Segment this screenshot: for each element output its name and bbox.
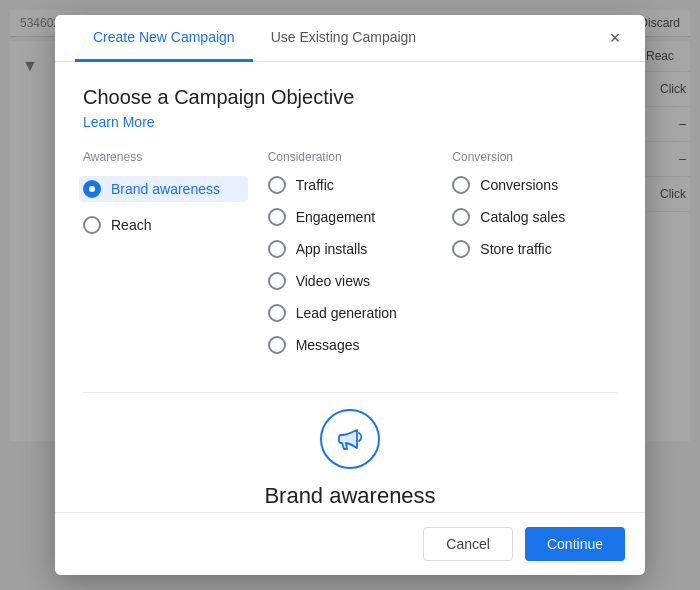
consideration-column: Consideration Traffic Engagement App ins… [268,150,433,368]
label-reach: Reach [111,217,151,233]
radio-brand-awareness [83,180,101,198]
radio-store-traffic [452,240,470,258]
radio-engagement [268,208,286,226]
tab-use-existing[interactable]: Use Existing Campaign [253,15,435,62]
label-engagement: Engagement [296,209,375,225]
close-button[interactable]: × [601,24,629,52]
option-brand-awareness[interactable]: Brand awareness [79,176,248,202]
option-store-traffic[interactable]: Store traffic [452,240,617,258]
option-messages[interactable]: Messages [268,336,433,354]
option-engagement[interactable]: Engagement [268,208,433,226]
radio-traffic [268,176,286,194]
label-conversions: Conversions [480,177,558,193]
continue-button[interactable]: Continue [525,527,625,561]
modal-tabs: Create New Campaign Use Existing Campaig… [55,15,645,62]
label-app-installs: App installs [296,241,368,257]
label-traffic: Traffic [296,177,334,193]
radio-catalog-sales [452,208,470,226]
campaign-objective-modal: Create New Campaign Use Existing Campaig… [55,15,645,575]
modal-body: Choose a Campaign Objective Learn More A… [55,62,645,512]
label-messages: Messages [296,337,360,353]
awareness-column: Awareness Brand awareness Reach [83,150,248,368]
tab-create-new[interactable]: Create New Campaign [75,15,253,62]
preview-icon-container [320,409,380,469]
label-video-views: Video views [296,273,370,289]
objectives-grid: Awareness Brand awareness Reach Consider… [83,150,617,368]
option-video-views[interactable]: Video views [268,272,433,290]
megaphone-icon [335,424,365,454]
modal-title: Choose a Campaign Objective [83,86,617,109]
radio-video-views [268,272,286,290]
radio-lead-generation [268,304,286,322]
radio-messages [268,336,286,354]
cancel-button[interactable]: Cancel [423,527,513,561]
label-brand-awareness: Brand awareness [111,181,220,197]
option-lead-generation[interactable]: Lead generation [268,304,433,322]
preview-title: Brand awareness [264,483,435,509]
option-conversions[interactable]: Conversions [452,176,617,194]
radio-conversions [452,176,470,194]
conversion-header: Conversion [452,150,617,164]
consideration-header: Consideration [268,150,433,164]
option-reach[interactable]: Reach [83,216,248,234]
radio-reach [83,216,101,234]
option-app-installs[interactable]: App installs [268,240,433,258]
modal-footer: Cancel Continue [55,512,645,575]
option-traffic[interactable]: Traffic [268,176,433,194]
option-catalog-sales[interactable]: Catalog sales [452,208,617,226]
label-lead-generation: Lead generation [296,305,397,321]
label-store-traffic: Store traffic [480,241,551,257]
conversion-column: Conversion Conversions Catalog sales Sto… [452,150,617,368]
objective-preview: Brand awareness Show your ads to people … [83,392,617,512]
learn-more-link[interactable]: Learn More [83,114,155,130]
awareness-header: Awareness [83,150,248,164]
radio-app-installs [268,240,286,258]
label-catalog-sales: Catalog sales [480,209,565,225]
